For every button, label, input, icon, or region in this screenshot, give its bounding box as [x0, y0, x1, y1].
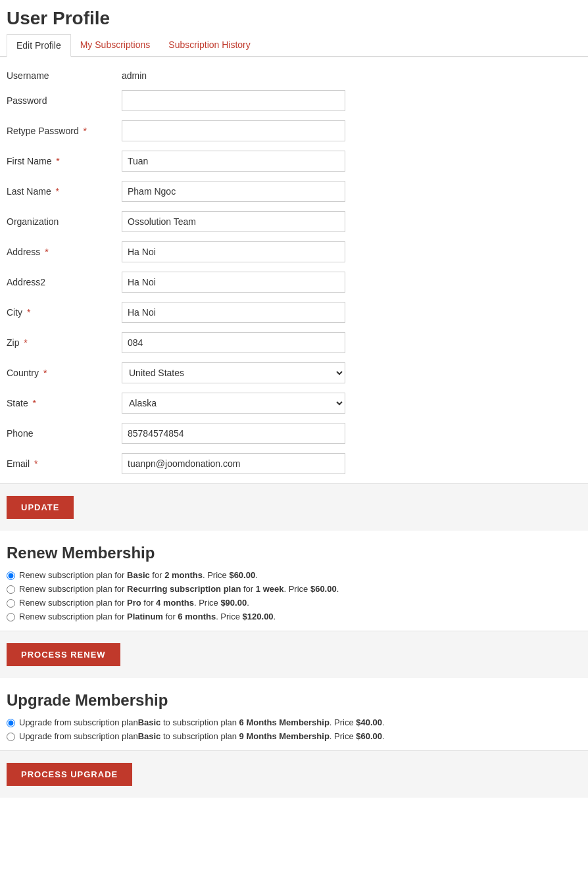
tab-edit-profile[interactable]: Edit Profile: [7, 34, 71, 57]
firstname-row: First Name *: [7, 151, 581, 172]
city-input[interactable]: [122, 302, 345, 323]
required-star: *: [42, 247, 48, 257]
state-row: State * Alaska Alabama California New Yo…: [7, 393, 581, 414]
organization-label: Organization: [7, 216, 122, 227]
update-button[interactable]: UPDATE: [7, 496, 74, 519]
address-label: Address *: [7, 247, 122, 257]
address2-label: Address2: [7, 277, 122, 287]
renew-radio-3[interactable]: [7, 599, 15, 608]
upgrade-membership-title: Upgrade Membership: [7, 691, 581, 710]
city-row: City *: [7, 302, 581, 323]
email-label: Email *: [7, 458, 122, 469]
renew-option-4: Renew subscription plan for Platinum for…: [7, 612, 581, 621]
password-input[interactable]: [122, 90, 345, 111]
process-renew-button[interactable]: PROCESS RENEW: [7, 643, 120, 666]
renew-option-2: Renew subscription plan for Recurring su…: [7, 584, 581, 594]
username-label: Username: [7, 70, 122, 81]
firstname-label: First Name *: [7, 156, 122, 166]
username-row: Username admin: [7, 70, 581, 81]
password-row: Password: [7, 90, 581, 111]
upgrade-membership-section: Upgrade Membership Upgrade from subscrip…: [0, 678, 588, 741]
renew-radio-4[interactable]: [7, 613, 15, 621]
upgrade-label-1: Upgrade from subscription planBasic to s…: [19, 717, 385, 727]
renew-label-2: Renew subscription plan for Recurring su…: [19, 584, 339, 594]
organization-input[interactable]: [122, 211, 345, 232]
renew-option-1: Renew subscription plan for Basic for 2 …: [7, 570, 581, 580]
lastname-label: Last Name *: [7, 186, 122, 197]
process-upgrade-button[interactable]: PROCESS UPGRADE: [7, 763, 132, 786]
upgrade-option-2: Upgrade from subscription planBasic to s…: [7, 731, 581, 741]
address2-row: Address2: [7, 272, 581, 293]
renew-membership-title: Renew Membership: [7, 544, 581, 562]
password-label: Password: [7, 95, 122, 106]
state-label: State *: [7, 398, 122, 408]
required-star: *: [53, 186, 59, 197]
lastname-input[interactable]: [122, 181, 345, 202]
renew-label-3: Renew subscription plan for Pro for 4 mo…: [19, 598, 249, 608]
country-label: Country *: [7, 368, 122, 378]
required-star: *: [21, 337, 27, 348]
address2-input[interactable]: [122, 272, 345, 293]
firstname-input[interactable]: [122, 151, 345, 172]
renew-label-4: Renew subscription plan for Platinum for…: [19, 612, 276, 621]
upgrade-footer: PROCESS UPGRADE: [0, 750, 588, 798]
phone-row: Phone: [7, 423, 581, 444]
required-star: *: [53, 156, 59, 166]
renew-footer: PROCESS RENEW: [0, 631, 588, 678]
page-title: User Profile: [0, 0, 588, 34]
required-star: *: [81, 126, 87, 136]
upgrade-label-2: Upgrade from subscription planBasic to s…: [19, 731, 385, 741]
renew-radio-2[interactable]: [7, 585, 15, 594]
renew-option-3: Renew subscription plan for Pro for 4 mo…: [7, 598, 581, 608]
state-select[interactable]: Alaska Alabama California New York: [122, 393, 345, 414]
tab-my-subscriptions[interactable]: My Subscriptions: [71, 34, 160, 56]
upgrade-option-1: Upgrade from subscription planBasic to s…: [7, 717, 581, 727]
city-label: City *: [7, 307, 122, 318]
retype-password-input[interactable]: [122, 120, 345, 141]
retype-password-label: Retype Password *: [7, 126, 122, 136]
upgrade-radio-1[interactable]: [7, 719, 15, 727]
email-input[interactable]: [122, 453, 345, 474]
address-input[interactable]: [122, 241, 345, 262]
lastname-row: Last Name *: [7, 181, 581, 202]
email-row: Email *: [7, 453, 581, 474]
address-row: Address *: [7, 241, 581, 262]
required-star: *: [30, 398, 36, 408]
organization-row: Organization: [7, 211, 581, 232]
phone-label: Phone: [7, 428, 122, 439]
country-select[interactable]: United States Vietnam United Kingdom: [122, 362, 345, 383]
upgrade-radio-2[interactable]: [7, 733, 15, 741]
tab-subscription-history[interactable]: Subscription History: [159, 34, 260, 56]
renew-radio-1[interactable]: [7, 571, 15, 580]
required-star: *: [24, 307, 30, 318]
zip-input[interactable]: [122, 332, 345, 353]
zip-label: Zip *: [7, 337, 122, 348]
edit-profile-form: Username admin Password Retype Password …: [0, 70, 588, 474]
renew-label-1: Renew subscription plan for Basic for 2 …: [19, 570, 258, 580]
tab-bar: Edit Profile My Subscriptions Subscripti…: [0, 34, 588, 57]
zip-row: Zip *: [7, 332, 581, 353]
renew-membership-section: Renew Membership Renew subscription plan…: [0, 531, 588, 621]
country-row: Country * United States Vietnam United K…: [7, 362, 581, 383]
phone-input[interactable]: [122, 423, 345, 444]
retype-password-row: Retype Password *: [7, 120, 581, 141]
required-star: *: [32, 458, 37, 469]
username-value: admin: [122, 70, 147, 81]
update-footer: UPDATE: [0, 483, 588, 531]
required-star: *: [41, 368, 47, 378]
